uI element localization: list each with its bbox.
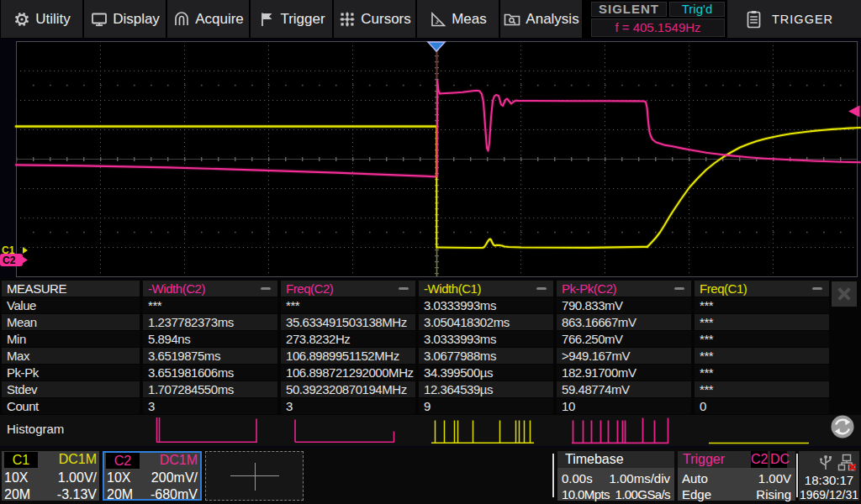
svg-text:C2: C2 — [3, 255, 16, 266]
